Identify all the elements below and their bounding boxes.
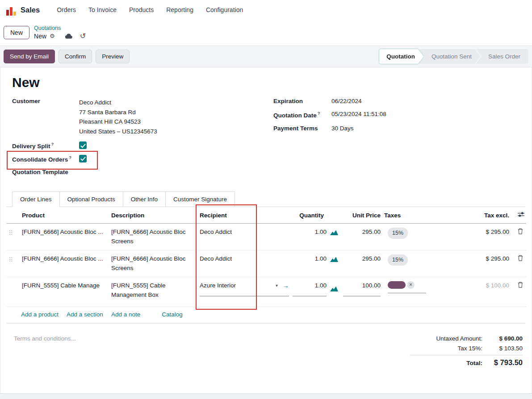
customer-name-link[interactable]: Deco Addict bbox=[79, 98, 157, 108]
add-section-link[interactable]: Add a section bbox=[67, 311, 103, 318]
delete-row-icon[interactable] bbox=[517, 254, 524, 261]
recipient-cell[interactable]: Azure Interior ▾ → bbox=[198, 277, 291, 307]
breadcrumb: Quotations New ⚙ ↺ bbox=[34, 25, 86, 41]
confirm-button[interactable]: Confirm bbox=[59, 50, 92, 63]
taxes-cell[interactable]: 15% bbox=[382, 224, 445, 250]
tax-badge: 15% bbox=[388, 228, 408, 239]
description-cell[interactable]: [FURN_6666] Acoustic Bloc Screens bbox=[109, 224, 198, 250]
forecast-chart-icon[interactable] bbox=[330, 256, 338, 262]
product-cell[interactable]: [FURN_6666] Acoustic Bloc ... bbox=[20, 224, 109, 250]
status-quotation[interactable]: Quotation bbox=[379, 49, 424, 64]
catalog-link[interactable]: Catalog bbox=[162, 311, 183, 318]
quotation-template-label: Quotation Template bbox=[12, 169, 79, 175]
taxes-cell[interactable]: 15% bbox=[382, 250, 445, 277]
add-note-link[interactable]: Add a note bbox=[111, 311, 140, 318]
add-product-link[interactable]: Add a product bbox=[21, 311, 59, 318]
gear-icon[interactable]: ⚙ bbox=[50, 33, 55, 40]
quantity-cell[interactable]: 1.00 bbox=[291, 224, 340, 250]
product-cell[interactable]: [FURN_6666] Acoustic Bloc ... bbox=[20, 250, 109, 277]
consolidate-orders-row: Consolidate Orders? bbox=[12, 155, 273, 163]
description-cell[interactable]: [FURN_6666] Acoustic Bloc Screens bbox=[109, 250, 198, 277]
menu-reporting[interactable]: Reporting bbox=[166, 6, 193, 13]
untaxed-amount-value: $ 690.00 bbox=[488, 335, 523, 342]
taxes-tag-input[interactable]: × bbox=[388, 281, 426, 293]
unit-price-cell[interactable]: 100.00 bbox=[340, 277, 382, 307]
quantity-cell[interactable]: 1.00 bbox=[291, 250, 340, 277]
handle-column-header bbox=[7, 207, 20, 224]
quotation-date-row: Quotation Date? 05/23/2024 11:51:08 bbox=[273, 111, 525, 119]
order-line-row: ⠿ [FURN_6666] Acoustic Bloc ... [FURN_66… bbox=[7, 224, 526, 250]
quotation-date-field[interactable]: 05/23/2024 11:51:08 bbox=[331, 111, 386, 119]
order-line-row: ⠿ [FURN_6666] Acoustic Bloc ... [FURN_66… bbox=[7, 250, 526, 277]
payment-terms-label: Payment Terms bbox=[273, 125, 331, 132]
taxes-column-header: Taxes bbox=[382, 207, 445, 224]
forecast-chart-icon[interactable] bbox=[330, 286, 338, 291]
quantity-input[interactable]: 1.00 bbox=[293, 281, 327, 296]
tab-optional-products[interactable]: Optional Products bbox=[59, 191, 123, 207]
recipient-cell[interactable]: Deco Addict bbox=[198, 250, 291, 277]
expiration-field[interactable]: 06/22/2024 bbox=[331, 98, 362, 104]
product-cell[interactable]: [FURN_5555] Cable Manage bbox=[20, 277, 109, 307]
consolidate-orders-checkbox[interactable] bbox=[79, 155, 87, 162]
delete-row-icon[interactable] bbox=[517, 228, 524, 234]
undo-icon[interactable]: ↺ bbox=[80, 32, 86, 40]
quotation-date-label: Quotation Date? bbox=[273, 111, 331, 119]
menu-products[interactable]: Products bbox=[129, 6, 154, 13]
unit-price-input[interactable]: 100.00 bbox=[343, 281, 381, 296]
remove-tag-icon[interactable]: × bbox=[407, 281, 415, 289]
window-bottom-strip bbox=[0, 393, 532, 399]
sheet-footer: Terms and conditions... Untaxed Amount: … bbox=[7, 324, 525, 370]
subtotal-cell: $ 295.00 bbox=[445, 250, 511, 277]
dropdown-caret-icon[interactable]: ▾ bbox=[276, 281, 278, 291]
delivery-split-checkbox[interactable] bbox=[79, 141, 87, 149]
tax-label: Tax 15%: bbox=[457, 345, 482, 352]
breadcrumb-bar: New Quotations New ⚙ ↺ bbox=[0, 20, 532, 46]
subtotal-cell: $ 295.00 bbox=[445, 224, 511, 250]
column-settings-icon[interactable] bbox=[518, 212, 524, 217]
tab-other-info[interactable]: Other Info bbox=[123, 191, 166, 207]
app-name[interactable]: Sales bbox=[21, 6, 40, 14]
cloud-save-icon[interactable] bbox=[65, 33, 72, 39]
drag-handle-icon[interactable]: ⠿ bbox=[8, 229, 13, 237]
status-quotation-sent[interactable]: Quotation Sent bbox=[419, 49, 481, 64]
customer-country: United States – US12345673 bbox=[79, 127, 157, 137]
menu-configuration[interactable]: Configuration bbox=[206, 6, 243, 13]
unit-price-cell[interactable]: 295.00 bbox=[340, 224, 382, 250]
untaxed-amount-label: Untaxed Amount: bbox=[436, 335, 482, 342]
order-lines-table: Product Description Recipient Quantity U… bbox=[7, 207, 525, 324]
preview-button[interactable]: Preview bbox=[96, 50, 130, 63]
total-value: $ 793.50 bbox=[488, 358, 523, 367]
recipient-input[interactable]: Azure Interior ▾ → bbox=[200, 281, 289, 296]
tab-customer-signature[interactable]: Customer Signature bbox=[165, 191, 235, 207]
status-sales-order[interactable]: Sales Order bbox=[476, 49, 528, 64]
delivery-split-row: Delivery Split? bbox=[12, 141, 273, 150]
taxes-cell[interactable]: × bbox=[382, 277, 445, 307]
description-cell[interactable]: [FURN_5555] Cable Management Box bbox=[109, 277, 198, 307]
subtotal-cell: $ 100.00 bbox=[445, 277, 511, 307]
customer-label: Customer bbox=[12, 98, 79, 136]
recipient-cell[interactable]: Deco Addict bbox=[198, 224, 291, 250]
top-navbar: Sales Orders To Invoice Products Reporti… bbox=[0, 0, 532, 20]
menu-orders[interactable]: Orders bbox=[57, 6, 76, 13]
help-icon: ? bbox=[51, 141, 54, 146]
terms-placeholder[interactable]: Terms and conditions... bbox=[14, 335, 76, 370]
customer-city: Pleasant Hill CA 94523 bbox=[79, 117, 157, 127]
unit-price-cell[interactable]: 295.00 bbox=[340, 250, 382, 277]
expiration-row: Expiration 06/22/2024 bbox=[273, 98, 525, 104]
new-button[interactable]: New bbox=[4, 26, 29, 39]
logo-bar bbox=[10, 7, 13, 16]
delivery-split-label: Delivery Split? bbox=[12, 141, 79, 150]
unit-price-column-header: Unit Price bbox=[340, 207, 382, 224]
logo-bar bbox=[6, 10, 9, 16]
delete-row-icon[interactable] bbox=[517, 281, 524, 288]
menu-to-invoice[interactable]: To Invoice bbox=[88, 6, 117, 13]
quantity-cell[interactable]: 1.00 bbox=[291, 277, 340, 307]
sales-app-icon[interactable] bbox=[5, 4, 17, 16]
internal-link-icon[interactable]: → bbox=[282, 281, 289, 291]
tab-order-lines[interactable]: Order Lines bbox=[12, 191, 60, 207]
payment-terms-field[interactable]: 30 Days bbox=[331, 125, 354, 132]
breadcrumb-quotations-link[interactable]: Quotations bbox=[34, 25, 86, 31]
forecast-chart-icon[interactable] bbox=[330, 229, 338, 235]
send-by-email-button[interactable]: Send by Email bbox=[4, 50, 55, 63]
drag-handle-icon[interactable]: ⠿ bbox=[8, 256, 13, 263]
